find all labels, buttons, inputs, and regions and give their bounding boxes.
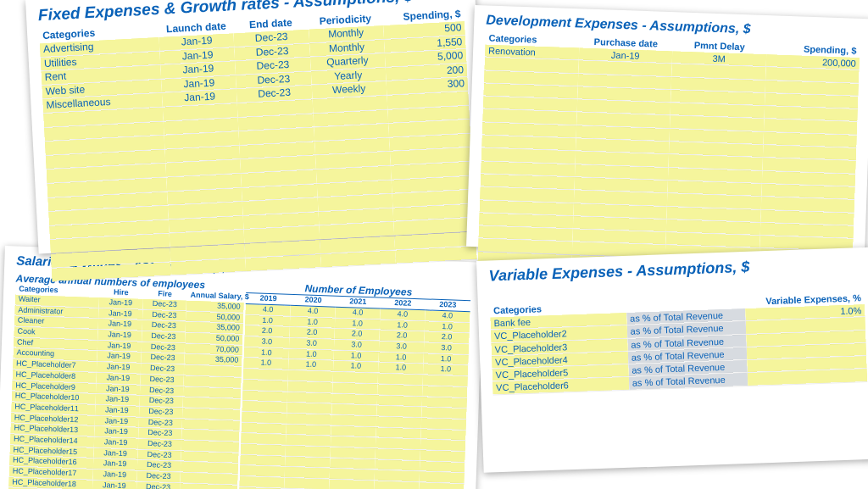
variable-panel: Variable Expenses - Assumptions, $ Categ…	[476, 247, 868, 473]
salaries-panel: Salaries & Wages - Assumptions, $ Averag…	[0, 246, 484, 489]
fixed-expenses-table: CategoriesLaunch dateEnd datePeriodicity…	[39, 8, 477, 282]
fixed-expenses-panel: Fixed Expenses & Growth rates - Assumpti…	[25, 0, 487, 254]
variable-table: CategoriesVariable Expenses, %Bank feeas…	[490, 292, 867, 395]
development-panel: Development Expenses - Assumptions, $ Ca…	[466, 5, 868, 260]
variable-title: Variable Expenses - Assumptions, $	[488, 254, 863, 285]
salaries-table-left: CategoriesHireFireAnnual Salary, $Waiter…	[8, 284, 244, 489]
salaries-table-right: 201920202021202220234.04.04.04.04.01.01.…	[238, 293, 470, 489]
